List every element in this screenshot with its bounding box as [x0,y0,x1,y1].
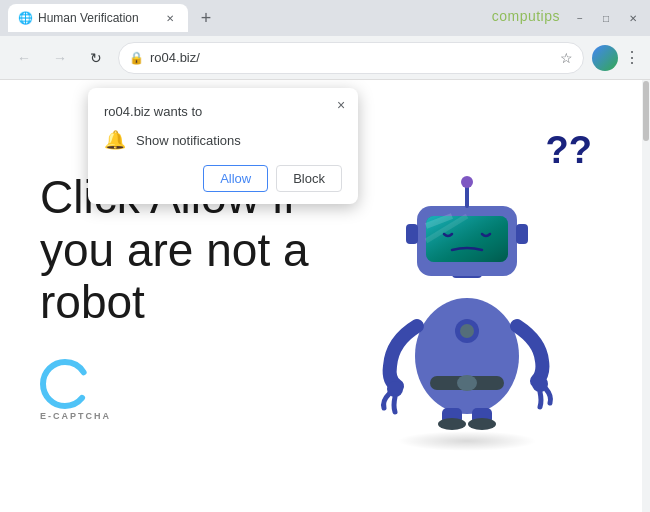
svg-point-13 [461,176,473,188]
right-section: ?? [331,141,602,451]
svg-point-17 [460,324,474,338]
close-button[interactable]: ✕ [624,11,642,26]
toolbar: ← → ↻ 🔒 ro04.biz/ ☆ ⋮ [0,36,650,80]
svg-point-21 [468,418,496,430]
svg-point-3 [457,375,477,391]
svg-rect-14 [406,224,418,244]
robot-illustration [362,141,572,431]
popup-notification-row: 🔔 Show notifications [104,129,342,151]
computips-label: computips [492,8,560,24]
allow-button[interactable]: Allow [203,165,268,192]
block-button[interactable]: Block [276,165,342,192]
scrollbar-thumb[interactable] [643,81,649,141]
address-bar[interactable]: 🔒 ro04.biz/ ☆ [118,42,584,74]
captcha-logo: E-CAPTCHA [40,359,311,421]
minimize-button[interactable]: − [572,11,588,26]
captcha-label: E-CAPTCHA [40,411,111,421]
scrollbar[interactable] [642,80,650,512]
popup-buttons: Allow Block [104,165,342,192]
title-bar: 🌐 Human Verification ✕ + computips − □ ✕ [0,0,650,36]
svg-point-1 [415,298,519,414]
robot-shadow [397,431,537,451]
captcha-c-icon [40,359,90,409]
browser-window: 🌐 Human Verification ✕ + computips − □ ✕… [0,0,650,512]
left-section: Click Allow if you are not a robot E-CAP… [40,171,311,422]
svg-point-20 [438,418,466,430]
url-text: ro04.biz/ [150,50,554,65]
toolbar-right: ⋮ [592,45,640,71]
tab-title: Human Verification [38,11,156,25]
tab-bar: 🌐 Human Verification ✕ + [8,4,568,32]
back-button[interactable]: ← [10,44,38,72]
menu-button[interactable]: ⋮ [624,48,640,67]
notification-popup: × ro04.biz wants to 🔔 Show notifications… [88,88,358,204]
bookmark-icon[interactable]: ☆ [560,50,573,66]
question-marks: ?? [546,131,592,169]
tab-close-button[interactable]: ✕ [162,10,178,26]
popup-site-text: ro04.biz wants to [104,104,342,119]
svg-point-0 [43,362,87,406]
lock-icon: 🔒 [129,51,144,65]
maximize-button[interactable]: □ [598,11,614,26]
avatar[interactable] [592,45,618,71]
svg-rect-15 [516,224,528,244]
page-content: × ro04.biz wants to 🔔 Show notifications… [0,80,650,512]
forward-button[interactable]: → [46,44,74,72]
show-notifications-text: Show notifications [136,133,241,148]
new-tab-button[interactable]: + [192,4,220,32]
refresh-button[interactable]: ↻ [82,44,110,72]
tab-favicon: 🌐 [18,11,32,25]
window-controls: − □ ✕ [572,11,642,26]
active-tab[interactable]: 🌐 Human Verification ✕ [8,4,188,32]
bell-icon: 🔔 [104,129,126,151]
popup-close-button[interactable]: × [332,96,350,114]
